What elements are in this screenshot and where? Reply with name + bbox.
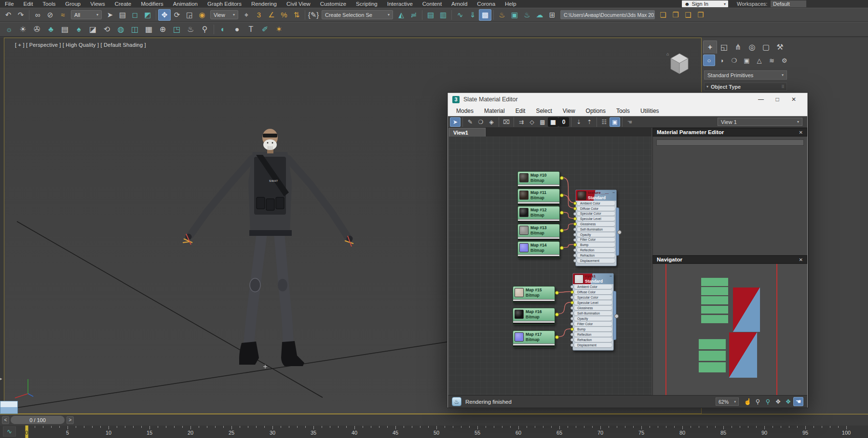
slot-specular-level[interactable]: Specular Level bbox=[574, 301, 612, 305]
toggle-scene-explorer-icon[interactable]: ▤ bbox=[424, 9, 437, 21]
material-node-mat2[interactable]: eyes1Standard−Ambient ColorDiffuse Color… bbox=[572, 273, 614, 351]
map-node-m13[interactable]: Map #13Bitmap bbox=[517, 224, 560, 241]
maximize-button[interactable]: □ bbox=[769, 96, 786, 103]
slot-specular-color[interactable]: Specular Color bbox=[574, 295, 612, 300]
align-icon[interactable]: ≓ bbox=[407, 9, 420, 21]
swat-character-model[interactable]: SWAT bbox=[183, 129, 353, 366]
selection-filter-dropdown[interactable]: All▾ bbox=[71, 10, 102, 19]
video-window-icon[interactable]: ▦ bbox=[142, 24, 156, 35]
assign-material-to-selection-icon[interactable]: ☚ bbox=[624, 117, 635, 127]
material-node-header[interactable]: eyes1Standard− bbox=[573, 274, 613, 284]
layers-icon[interactable]: ◍ bbox=[114, 24, 128, 35]
script-record-icon[interactable]: ❏ bbox=[657, 9, 669, 21]
snaps-toggle-icon[interactable]: 3 bbox=[253, 9, 265, 21]
menu-arnold[interactable]: Arnold bbox=[447, 1, 472, 7]
utilities-tab[interactable]: ⚒ bbox=[773, 41, 787, 54]
region-crop-icon[interactable]: ◳ bbox=[170, 24, 184, 35]
menu-interactive[interactable]: Interactive bbox=[382, 1, 418, 7]
sphere-preview-icon[interactable]: ● bbox=[230, 24, 244, 35]
input-socket[interactable] bbox=[573, 217, 577, 220]
sign-in-button[interactable]: ☻ Sign In ▾ bbox=[682, 0, 728, 7]
mini-curve-editor-icon[interactable]: ∿ bbox=[3, 426, 16, 437]
collapse-icon[interactable]: − bbox=[610, 274, 612, 278]
show-background-icon[interactable]: ▩ bbox=[537, 117, 548, 127]
input-socket[interactable] bbox=[570, 338, 574, 342]
input-socket[interactable] bbox=[573, 212, 577, 216]
zoom-region-icon[interactable]: ⚲ bbox=[763, 397, 773, 406]
close-icon[interactable]: ✕ bbox=[799, 130, 803, 135]
frame-display[interactable]: 0 / 100 bbox=[11, 416, 65, 424]
hide-unused-nodeslots-icon[interactable]: ◇ bbox=[527, 117, 537, 127]
select-and-place-icon[interactable]: ◉ bbox=[196, 9, 208, 21]
redo-icon[interactable]: ↷ bbox=[14, 9, 27, 21]
toggle-layer-explorer-icon[interactable]: ▥ bbox=[437, 9, 449, 21]
select-and-rotate-icon[interactable]: ⟳ bbox=[171, 9, 183, 21]
project-path-field[interactable]: C:\Users\Анвар\Documents\3ds Max 2020▾ bbox=[560, 10, 655, 19]
maxscript-mini-listener[interactable] bbox=[0, 401, 18, 414]
navigator-material-node[interactable] bbox=[733, 287, 760, 332]
slot-refraction[interactable]: Refraction bbox=[577, 253, 615, 258]
slot-opacity[interactable]: Opacity bbox=[574, 316, 612, 321]
menu-customize[interactable]: Customize bbox=[315, 1, 351, 7]
create-light-icon[interactable]: ☼ bbox=[2, 24, 16, 35]
zoom-level-dropdown[interactable]: 62% ▾ bbox=[716, 397, 739, 406]
output-socket[interactable] bbox=[560, 211, 564, 215]
wire-m12-to-mat1[interactable] bbox=[562, 212, 574, 219]
menu-scripting[interactable]: Scripting bbox=[351, 1, 382, 7]
slate-title-bar[interactable]: 3 Slate Material Editor —□✕ bbox=[448, 93, 807, 106]
named-selection-sets-icon[interactable]: {✎} bbox=[307, 9, 320, 21]
reference-coordinate-dropdown[interactable]: View▾ bbox=[210, 10, 238, 19]
close-icon[interactable]: ✕ bbox=[799, 257, 803, 262]
map-node-m14[interactable]: Map #14Bitmap bbox=[517, 241, 560, 258]
input-socket[interactable] bbox=[570, 285, 574, 288]
foliage-icon[interactable]: ♣ bbox=[44, 24, 58, 35]
input-socket[interactable] bbox=[570, 343, 574, 347]
select-and-link-icon[interactable]: ∞ bbox=[31, 9, 44, 21]
input-socket[interactable] bbox=[573, 207, 577, 210]
material-id-channel-icon[interactable]: ☷ bbox=[599, 117, 610, 127]
output-socket[interactable] bbox=[555, 313, 559, 316]
slot-reflection[interactable]: Reflection bbox=[574, 332, 612, 337]
slate-menu-material[interactable]: Material bbox=[479, 108, 510, 114]
wire-m13-to-mat1[interactable] bbox=[562, 224, 574, 230]
menu-help[interactable]: Help bbox=[500, 1, 521, 7]
input-socket[interactable] bbox=[570, 290, 574, 294]
slot-ambient-color[interactable]: Ambient Color bbox=[577, 201, 615, 205]
arrange-selected-icon[interactable]: ⇡ bbox=[584, 117, 595, 127]
loop-icon[interactable]: ⟲ bbox=[100, 24, 114, 35]
modify-tab[interactable]: ◱ bbox=[717, 41, 731, 54]
output-socket[interactable] bbox=[614, 314, 619, 318]
slot-opacity[interactable]: Opacity bbox=[577, 233, 615, 237]
cutout-icon[interactable]: ◪ bbox=[86, 24, 100, 35]
slot-diffuse-color[interactable]: Diffuse Color bbox=[574, 290, 612, 294]
menu-graph-editors[interactable]: Graph Editors bbox=[203, 1, 246, 7]
video-camera-icon[interactable]: ✇ bbox=[30, 24, 44, 35]
sunlight-icon[interactable]: ☀ bbox=[16, 24, 30, 35]
slot-specular-level[interactable]: Specular Level bbox=[577, 217, 615, 221]
menu-file[interactable]: File bbox=[0, 1, 19, 7]
slot-self-illumination[interactable]: Self-Illumination bbox=[574, 311, 612, 315]
output-socket[interactable] bbox=[560, 246, 564, 250]
slot-self-illumination[interactable]: Self-Illumination bbox=[577, 227, 615, 232]
menu-corona[interactable]: Corona bbox=[472, 1, 500, 7]
pick-material-from-object-icon[interactable]: ❍ bbox=[475, 117, 486, 127]
add-camera-icon[interactable]: ⊕ bbox=[156, 24, 170, 35]
map-node-m10[interactable]: Map #10Bitmap bbox=[517, 171, 560, 188]
select-and-move-icon[interactable]: ✥ bbox=[158, 9, 171, 21]
globe-settings-icon[interactable]: ◐ bbox=[216, 24, 230, 35]
material-node-header[interactable]: texture__…Standard− bbox=[576, 190, 616, 201]
percent-snap-icon[interactable]: % bbox=[278, 9, 290, 21]
input-socket[interactable] bbox=[570, 333, 574, 336]
slate-menu-utilities[interactable]: Utilities bbox=[635, 108, 665, 114]
slate-menu-modes[interactable]: Modes bbox=[451, 108, 479, 114]
slot-diffuse-color[interactable]: Diffuse Color bbox=[577, 206, 615, 211]
navigator-map-stack[interactable] bbox=[701, 278, 728, 324]
pan-hand-icon[interactable]: ☝ bbox=[743, 397, 753, 406]
select-by-name-icon[interactable]: ▤ bbox=[116, 9, 129, 21]
use-pivot-center-icon[interactable]: ⌖ bbox=[240, 9, 253, 21]
input-socket[interactable] bbox=[573, 238, 577, 242]
input-socket[interactable] bbox=[570, 317, 574, 320]
helpers-category[interactable]: △ bbox=[753, 55, 765, 66]
slot-bump[interactable]: Bump bbox=[574, 327, 612, 331]
script-new-icon[interactable]: ❐ bbox=[669, 9, 682, 21]
